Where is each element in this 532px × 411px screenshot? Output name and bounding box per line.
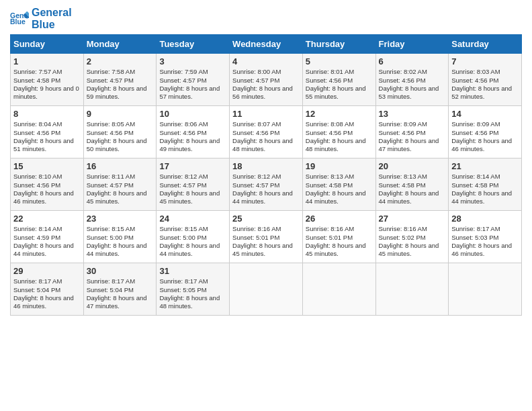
day-header-monday: Monday bbox=[83, 35, 157, 54]
day-number: 22 bbox=[13, 214, 81, 224]
day-number: 17 bbox=[159, 161, 226, 171]
logo-text: General Blue bbox=[32, 7, 72, 30]
day-number: 29 bbox=[13, 266, 81, 276]
cell-content: Sunrise: 8:09 AMSunset: 4:56 PMDaylight:… bbox=[379, 120, 446, 153]
cell-content: Sunrise: 8:00 AMSunset: 4:57 PMDaylight:… bbox=[232, 68, 300, 101]
calendar-cell: 5Sunrise: 8:01 AMSunset: 4:56 PMDaylight… bbox=[302, 54, 375, 106]
week-row-1: 1Sunrise: 7:57 AMSunset: 4:58 PMDaylight… bbox=[11, 54, 522, 106]
calendar-cell: 11Sunrise: 8:07 AMSunset: 4:56 PMDayligh… bbox=[230, 106, 303, 158]
calendar-cell: 4Sunrise: 8:00 AMSunset: 4:57 PMDaylight… bbox=[230, 54, 303, 106]
calendar-cell: 26Sunrise: 8:16 AMSunset: 5:01 PMDayligh… bbox=[302, 211, 375, 263]
cell-content: Sunrise: 8:16 AMSunset: 5:02 PMDaylight:… bbox=[379, 225, 446, 258]
day-number: 25 bbox=[232, 214, 300, 224]
day-number: 31 bbox=[159, 266, 226, 276]
calendar-cell: 28Sunrise: 8:17 AMSunset: 5:03 PMDayligh… bbox=[449, 211, 522, 263]
day-number: 7 bbox=[451, 56, 519, 66]
cell-content: Sunrise: 8:09 AMSunset: 4:56 PMDaylight:… bbox=[451, 120, 519, 153]
day-number: 21 bbox=[451, 161, 519, 171]
calendar-cell: 14Sunrise: 8:09 AMSunset: 4:56 PMDayligh… bbox=[449, 106, 522, 158]
calendar-cell bbox=[375, 263, 449, 316]
day-header-friday: Friday bbox=[375, 35, 449, 54]
calendar-cell: 17Sunrise: 8:12 AMSunset: 4:57 PMDayligh… bbox=[157, 158, 230, 211]
calendar-cell: 10Sunrise: 8:06 AMSunset: 4:56 PMDayligh… bbox=[157, 106, 230, 158]
day-number: 19 bbox=[306, 161, 373, 171]
cell-content: Sunrise: 8:13 AMSunset: 4:58 PMDaylight:… bbox=[379, 173, 446, 205]
day-number: 3 bbox=[159, 56, 226, 66]
calendar-cell: 19Sunrise: 8:13 AMSunset: 4:58 PMDayligh… bbox=[302, 158, 375, 211]
day-number: 4 bbox=[232, 56, 300, 66]
cell-content: Sunrise: 8:12 AMSunset: 4:57 PMDaylight:… bbox=[232, 173, 300, 205]
day-header-tuesday: Tuesday bbox=[157, 35, 230, 54]
calendar-cell: 22Sunrise: 8:14 AMSunset: 4:59 PMDayligh… bbox=[11, 211, 84, 263]
calendar-cell: 9Sunrise: 8:05 AMSunset: 4:56 PMDaylight… bbox=[83, 106, 157, 158]
calendar-cell bbox=[302, 263, 375, 316]
day-number: 1 bbox=[13, 56, 81, 66]
day-number: 11 bbox=[232, 109, 300, 119]
svg-text:Blue: Blue bbox=[10, 17, 26, 26]
cell-content: Sunrise: 8:16 AMSunset: 5:01 PMDaylight:… bbox=[232, 225, 300, 258]
cell-content: Sunrise: 8:16 AMSunset: 5:01 PMDaylight:… bbox=[306, 225, 373, 258]
day-number: 9 bbox=[87, 109, 154, 119]
calendar-cell: 18Sunrise: 8:12 AMSunset: 4:57 PMDayligh… bbox=[230, 158, 303, 211]
cell-content: Sunrise: 8:11 AMSunset: 4:57 PMDaylight:… bbox=[87, 173, 154, 205]
calendar-cell: 21Sunrise: 8:14 AMSunset: 4:58 PMDayligh… bbox=[449, 158, 522, 211]
day-number: 15 bbox=[13, 161, 81, 171]
calendar-table: SundayMondayTuesdayWednesdayThursdayFrid… bbox=[10, 34, 522, 316]
cell-content: Sunrise: 8:02 AMSunset: 4:56 PMDaylight:… bbox=[379, 68, 446, 101]
calendar-cell: 25Sunrise: 8:16 AMSunset: 5:01 PMDayligh… bbox=[230, 211, 303, 263]
cell-content: Sunrise: 8:10 AMSunset: 4:56 PMDaylight:… bbox=[13, 173, 81, 205]
cell-content: Sunrise: 8:17 AMSunset: 5:03 PMDaylight:… bbox=[451, 225, 519, 258]
day-number: 23 bbox=[87, 214, 154, 224]
calendar-cell: 24Sunrise: 8:15 AMSunset: 5:00 PMDayligh… bbox=[157, 211, 230, 263]
calendar-cell: 12Sunrise: 8:08 AMSunset: 4:56 PMDayligh… bbox=[302, 106, 375, 158]
calendar-cell: 6Sunrise: 8:02 AMSunset: 4:56 PMDaylight… bbox=[375, 54, 449, 106]
day-number: 5 bbox=[306, 56, 373, 66]
week-row-2: 8Sunrise: 8:04 AMSunset: 4:56 PMDaylight… bbox=[11, 106, 522, 158]
day-number: 14 bbox=[451, 109, 519, 119]
day-number: 28 bbox=[451, 214, 519, 224]
day-number: 30 bbox=[87, 266, 154, 276]
day-header-thursday: Thursday bbox=[302, 35, 375, 54]
cell-content: Sunrise: 8:17 AMSunset: 5:04 PMDaylight:… bbox=[13, 277, 81, 310]
cell-content: Sunrise: 8:06 AMSunset: 4:56 PMDaylight:… bbox=[159, 120, 226, 153]
logo-icon: General Blue bbox=[10, 9, 29, 28]
cell-content: Sunrise: 8:14 AMSunset: 4:58 PMDaylight:… bbox=[451, 173, 519, 205]
cell-content: Sunrise: 8:14 AMSunset: 4:59 PMDaylight:… bbox=[13, 225, 81, 258]
day-number: 20 bbox=[379, 161, 446, 171]
day-number: 13 bbox=[379, 109, 446, 119]
calendar-cell: 1Sunrise: 7:57 AMSunset: 4:58 PMDaylight… bbox=[11, 54, 84, 106]
cell-content: Sunrise: 7:58 AMSunset: 4:57 PMDaylight:… bbox=[87, 68, 154, 101]
cell-content: Sunrise: 8:15 AMSunset: 5:00 PMDaylight:… bbox=[159, 225, 226, 258]
day-header-wednesday: Wednesday bbox=[230, 35, 303, 54]
cell-content: Sunrise: 8:08 AMSunset: 4:56 PMDaylight:… bbox=[306, 120, 373, 153]
day-number: 16 bbox=[87, 161, 154, 171]
cell-content: Sunrise: 8:17 AMSunset: 5:05 PMDaylight:… bbox=[159, 277, 226, 310]
calendar-cell: 27Sunrise: 8:16 AMSunset: 5:02 PMDayligh… bbox=[375, 211, 449, 263]
day-number: 12 bbox=[306, 109, 373, 119]
logo: General Blue General Blue bbox=[10, 7, 72, 30]
cell-content: Sunrise: 7:57 AMSunset: 4:58 PMDaylight:… bbox=[13, 68, 81, 101]
cell-content: Sunrise: 7:59 AMSunset: 4:57 PMDaylight:… bbox=[159, 68, 226, 101]
calendar-cell: 13Sunrise: 8:09 AMSunset: 4:56 PMDayligh… bbox=[375, 106, 449, 158]
day-number: 18 bbox=[232, 161, 300, 171]
cell-content: Sunrise: 8:01 AMSunset: 4:56 PMDaylight:… bbox=[306, 68, 373, 101]
day-number: 8 bbox=[13, 109, 81, 119]
cell-content: Sunrise: 8:03 AMSunset: 4:56 PMDaylight:… bbox=[451, 68, 519, 101]
day-header-saturday: Saturday bbox=[449, 35, 522, 54]
day-number: 26 bbox=[306, 214, 373, 224]
week-row-4: 22Sunrise: 8:14 AMSunset: 4:59 PMDayligh… bbox=[11, 211, 522, 263]
calendar-cell: 2Sunrise: 7:58 AMSunset: 4:57 PMDaylight… bbox=[83, 54, 157, 106]
cell-content: Sunrise: 8:04 AMSunset: 4:56 PMDaylight:… bbox=[13, 120, 81, 153]
calendar-cell bbox=[230, 263, 303, 316]
header: General Blue General Blue bbox=[10, 7, 522, 30]
day-header-sunday: Sunday bbox=[11, 35, 84, 54]
cell-content: Sunrise: 8:15 AMSunset: 5:00 PMDaylight:… bbox=[87, 225, 154, 258]
page-container: General Blue General Blue SundayMondayTu… bbox=[0, 0, 532, 322]
calendar-cell: 3Sunrise: 7:59 AMSunset: 4:57 PMDaylight… bbox=[157, 54, 230, 106]
calendar-cell: 16Sunrise: 8:11 AMSunset: 4:57 PMDayligh… bbox=[83, 158, 157, 211]
cell-content: Sunrise: 8:17 AMSunset: 5:04 PMDaylight:… bbox=[87, 277, 154, 310]
day-number: 27 bbox=[379, 214, 446, 224]
week-row-5: 29Sunrise: 8:17 AMSunset: 5:04 PMDayligh… bbox=[11, 263, 522, 316]
calendar-cell bbox=[449, 263, 522, 316]
calendar-cell: 23Sunrise: 8:15 AMSunset: 5:00 PMDayligh… bbox=[83, 211, 157, 263]
